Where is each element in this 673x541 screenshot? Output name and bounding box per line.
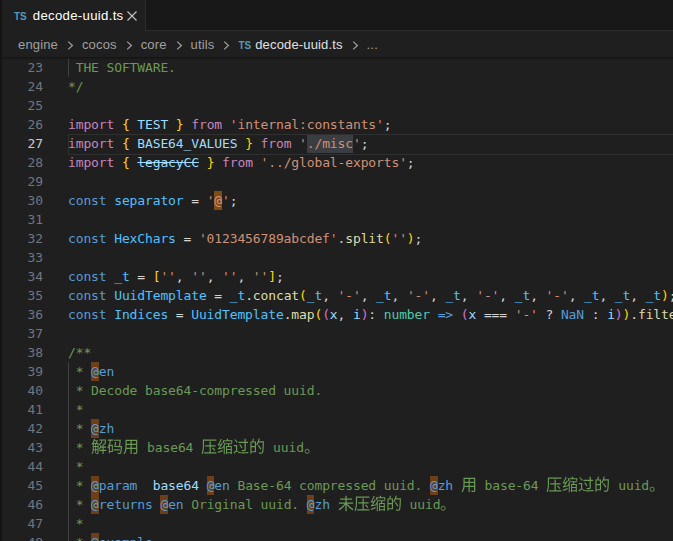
decorative: '-' [546, 288, 569, 303]
line-number[interactable]: 33 [0, 248, 43, 267]
line-number[interactable]: 29 [0, 172, 43, 191]
icon-shape [124, 440, 138, 454]
cjk-glyph [562, 476, 578, 493]
icon-shape [387, 496, 401, 511]
decorative [114, 117, 122, 132]
code-line-30[interactable]: 30const separator = '@'; [0, 191, 673, 210]
decorative: _t [515, 288, 530, 303]
line-number[interactable]: 47 [0, 514, 43, 533]
line-number[interactable]: 37 [0, 324, 43, 343]
icon-shape [225, 41, 229, 49]
breadcrumb-item-core[interactable]: core [141, 37, 167, 52]
find-match-highlight: @ [160, 495, 168, 514]
decorative: Base-64 compressed uuid. [230, 478, 430, 493]
line-number[interactable]: 42 [0, 419, 43, 438]
breadcrumb-item-cocos[interactable]: cocos [82, 37, 117, 52]
line-number[interactable]: 43 [0, 438, 43, 457]
code-text: */ [68, 77, 83, 96]
decorative [175, 40, 183, 51]
decorative: '-' [338, 288, 361, 303]
decorative: * [68, 459, 83, 474]
code-line-36[interactable]: 36const Indices = UuidTemplate.map((x, i… [0, 305, 673, 324]
decorative: 'internal:constants' [230, 117, 384, 132]
line-number[interactable]: 31 [0, 210, 43, 229]
code-line-25[interactable]: 25 [0, 96, 673, 115]
line-number[interactable]: 40 [0, 381, 43, 400]
line-number[interactable]: 36 [0, 305, 43, 324]
line-number[interactable]: 25 [0, 96, 43, 115]
breadcrumb-item-utils[interactable]: utils [191, 37, 215, 52]
line-number[interactable]: 38 [0, 343, 43, 362]
code-line-26[interactable]: 26import { TEST } from 'internal:constan… [0, 115, 673, 134]
line-number[interactable]: 27 [0, 134, 43, 153]
code-line-28[interactable]: 28import { legacyCC } from '../global-ex… [0, 153, 673, 172]
code-line-43[interactable]: 43 * base64 uuid [0, 438, 673, 457]
line-number[interactable]: 23 [0, 58, 43, 77]
decorative: } [176, 117, 184, 132]
decorative: , [499, 288, 514, 303]
code-line-45[interactable]: 45 * @param base64 @en Base-64 compresse… [0, 476, 673, 495]
chevron-right-icon [222, 40, 230, 51]
decorative: _t [445, 288, 460, 303]
icon-shape [218, 439, 233, 455]
line-number[interactable]: 28 [0, 153, 43, 172]
decorative: ) [615, 307, 623, 322]
line-number[interactable]: 32 [0, 229, 43, 248]
breadcrumb-item-decode-uuid-ts[interactable]: TSdecode-uuid.ts [238, 37, 342, 52]
code-text: * @param base64 @en Base-64 compressed u… [68, 476, 665, 495]
tab-bar: TS decode-uuid.ts [0, 0, 673, 31]
line-number[interactable]: 30 [0, 191, 43, 210]
line-number[interactable]: 35 [0, 286, 43, 305]
line-number[interactable]: 46 [0, 495, 43, 514]
code-line-39[interactable]: 39 * @en [0, 362, 673, 381]
tab-decode-uuid-ts[interactable]: TS decode-uuid.ts [2, 0, 146, 31]
line-number[interactable]: 34 [0, 267, 43, 286]
code-line-23[interactable]: 23 THE SOFTWARE. [0, 58, 673, 77]
decorative [168, 117, 176, 132]
cjk-glyph [578, 476, 594, 493]
chevron-right-icon [351, 40, 359, 51]
code-line-32[interactable]: 32const HexChars = '0123456789abcdef'.sp… [0, 229, 673, 248]
code-line-29[interactable]: 29 [0, 172, 673, 191]
decorative: '-' [515, 307, 538, 322]
code-line-48[interactable]: 48 * @example [0, 533, 673, 541]
decorative: = [184, 193, 207, 208]
code-line-31[interactable]: 31 [0, 210, 673, 229]
code-line-24[interactable]: 24*/ [0, 77, 673, 96]
chevron-right-icon [125, 40, 133, 51]
typescript-file-icon: TS [14, 11, 27, 22]
line-number[interactable]: 44 [0, 457, 43, 476]
icon-shape [461, 478, 475, 492]
decorative: : [368, 307, 383, 322]
code-line-33[interactable]: 33 [0, 248, 673, 267]
decorative [222, 40, 230, 51]
code-line-40[interactable]: 40 * Decode base64-compressed uuid. [0, 381, 673, 400]
code-line-41[interactable]: 41 * [0, 400, 673, 419]
icon-shape [305, 449, 310, 454]
code-line-34[interactable]: 34const _t = ['', '', '', '']; [0, 267, 673, 286]
code-line-47[interactable]: 47 * [0, 514, 673, 533]
close-icon[interactable] [124, 8, 140, 24]
decorative: * Decode base64-compressed uuid. [68, 383, 322, 398]
code-line-27[interactable]: 27import { BASE64_VALUES } from './misc'… [0, 134, 673, 153]
decorative: , [391, 288, 406, 303]
breadcrumb-item--[interactable]: ... [367, 37, 378, 52]
code-line-42[interactable]: 42 * @zh [0, 419, 673, 438]
line-number[interactable]: 26 [0, 115, 43, 134]
code-line-38[interactable]: 38/** [0, 343, 673, 362]
cjk-glyph [249, 438, 265, 455]
cjk-glyph [201, 438, 217, 455]
code-line-35[interactable]: 35const UuidTemplate = _t.concat(_t, '-'… [0, 286, 673, 305]
line-number[interactable]: 39 [0, 362, 43, 381]
line-number[interactable]: 41 [0, 400, 43, 419]
code-line-44[interactable]: 44 * [0, 457, 673, 476]
breadcrumb-item-engine[interactable]: engine [18, 37, 58, 52]
code-line-46[interactable]: 46 * @returns @en Original uuid. @zh uui… [0, 495, 673, 514]
code-editor[interactable]: 23 THE SOFTWARE.24*/2526import { TEST } … [0, 58, 673, 541]
cjk-glyph [546, 476, 562, 493]
line-number[interactable]: 24 [0, 77, 43, 96]
decorative: , [569, 288, 584, 303]
line-number[interactable]: 45 [0, 476, 43, 495]
line-number[interactable]: 48 [0, 533, 43, 541]
code-line-37[interactable]: 37 [0, 324, 673, 343]
